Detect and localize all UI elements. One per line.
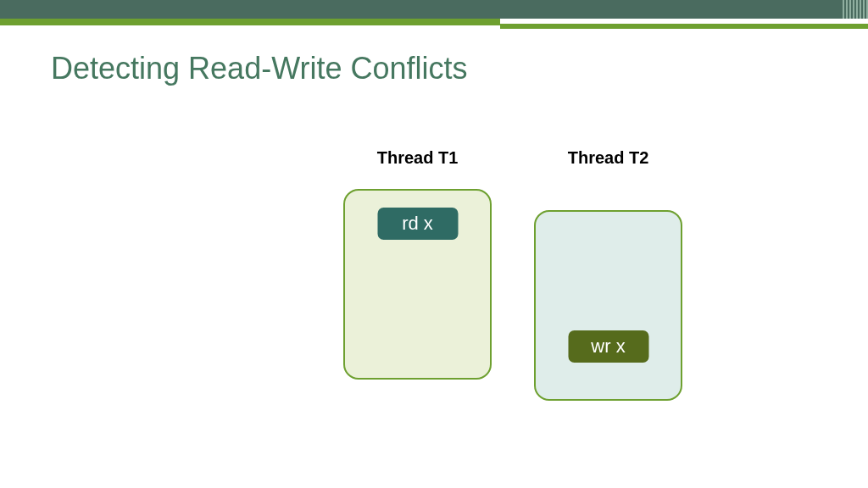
thread-label-t2: Thread T2 (568, 148, 649, 168)
operation-read-x: rd x (377, 208, 458, 240)
threads-container: Thread T1 rd x Thread T2 wr x (343, 148, 682, 401)
thread-box-t1: rd x (343, 189, 492, 380)
header-accent-line-left (0, 19, 500, 25)
thread-box-t2: wr x (534, 210, 682, 401)
thread-column-t2: Thread T2 wr x (534, 148, 682, 401)
thread-label-t1: Thread T1 (377, 148, 459, 168)
header-bar-dark (0, 0, 868, 19)
slide-title: Detecting Read-Write Conflicts (51, 51, 468, 86)
header-accent-line-right (500, 24, 868, 29)
header-stripes-decoration (843, 0, 868, 19)
operation-write-x: wr x (568, 330, 648, 363)
thread-column-t1: Thread T1 rd x (343, 148, 492, 401)
